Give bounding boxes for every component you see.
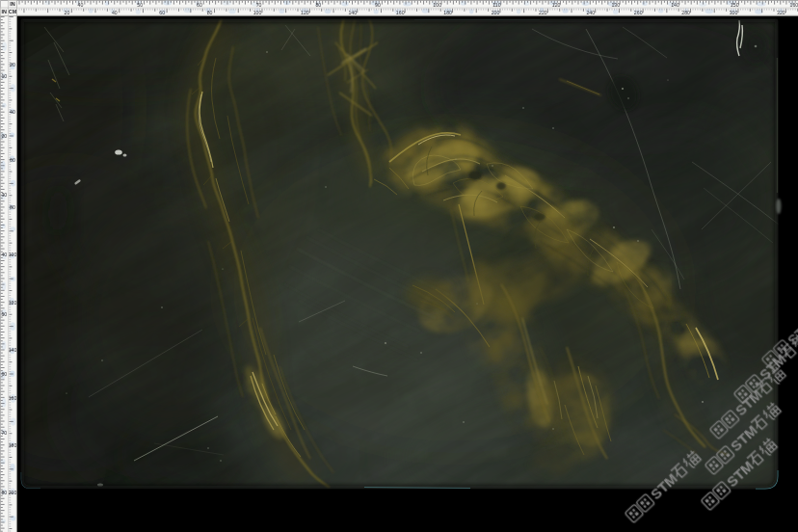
svg-text:160: 160 bbox=[790, 2, 798, 8]
svg-text:280: 280 bbox=[681, 10, 690, 15]
svg-text:90: 90 bbox=[375, 2, 381, 8]
svg-text:60: 60 bbox=[10, 157, 15, 163]
svg-text:140: 140 bbox=[671, 2, 679, 8]
svg-text:300: 300 bbox=[730, 10, 738, 15]
svg-text:320: 320 bbox=[777, 10, 785, 15]
svg-text:120: 120 bbox=[9, 300, 17, 306]
svg-text:80: 80 bbox=[10, 204, 15, 210]
svg-text:120: 120 bbox=[552, 2, 561, 8]
svg-text:20: 20 bbox=[10, 62, 15, 67]
svg-text:100: 100 bbox=[9, 252, 17, 257]
svg-text:40: 40 bbox=[112, 10, 118, 15]
svg-text:130: 130 bbox=[611, 2, 620, 8]
svg-text:60: 60 bbox=[1, 371, 7, 377]
svg-text:100: 100 bbox=[433, 2, 441, 8]
svg-text:10: 10 bbox=[1, 73, 7, 79]
svg-text:80: 80 bbox=[207, 10, 213, 15]
svg-text:200: 200 bbox=[9, 490, 17, 495]
svg-text:70: 70 bbox=[256, 2, 262, 8]
svg-text:CM: CM bbox=[9, 9, 17, 14]
svg-text:60: 60 bbox=[159, 10, 165, 15]
svg-text:70: 70 bbox=[1, 430, 7, 436]
svg-text:180: 180 bbox=[9, 442, 17, 448]
svg-text:200: 200 bbox=[492, 10, 500, 15]
svg-text:40: 40 bbox=[78, 2, 84, 8]
svg-text:IN: IN bbox=[2, 9, 7, 14]
svg-text:240: 240 bbox=[586, 10, 595, 15]
svg-text:80: 80 bbox=[315, 2, 321, 8]
svg-text:20: 20 bbox=[1, 133, 7, 139]
svg-text:IN: IN bbox=[10, 1, 14, 7]
svg-text:150: 150 bbox=[731, 2, 739, 8]
svg-text:180: 180 bbox=[443, 10, 452, 15]
svg-text:80: 80 bbox=[1, 490, 7, 495]
svg-text:100: 100 bbox=[253, 10, 262, 15]
svg-text:40: 40 bbox=[10, 109, 15, 115]
svg-text:140: 140 bbox=[348, 10, 357, 15]
svg-text:50: 50 bbox=[137, 2, 143, 8]
svg-text:220: 220 bbox=[539, 10, 547, 15]
svg-text:110: 110 bbox=[492, 2, 500, 8]
svg-text:40: 40 bbox=[1, 252, 7, 257]
svg-text:20: 20 bbox=[65, 10, 70, 15]
svg-text:260: 260 bbox=[634, 10, 643, 15]
svg-text:160: 160 bbox=[9, 395, 17, 401]
svg-text:140: 140 bbox=[9, 347, 17, 353]
svg-text:60: 60 bbox=[197, 2, 202, 8]
svg-text:50: 50 bbox=[1, 311, 7, 317]
svg-text:30: 30 bbox=[1, 192, 7, 198]
svg-text:160: 160 bbox=[396, 10, 405, 15]
svg-text:120: 120 bbox=[301, 10, 309, 15]
